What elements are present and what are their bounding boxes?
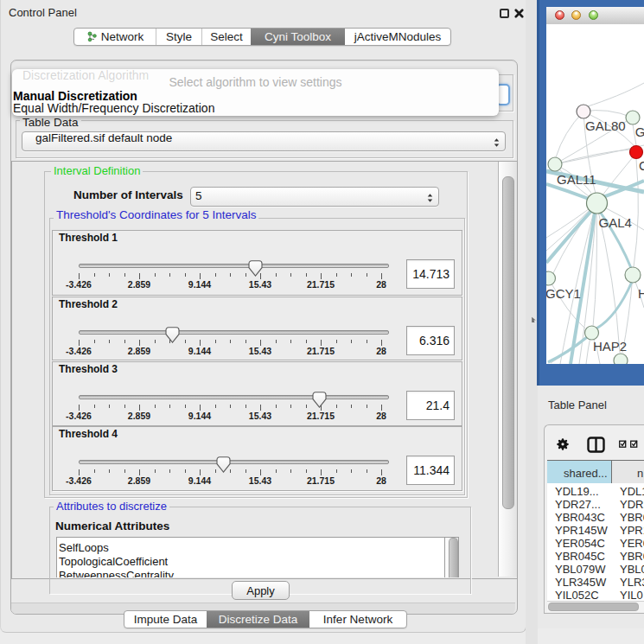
svg-text:H: H (638, 286, 644, 301)
svg-text:GAL11: GAL11 (557, 172, 596, 187)
svg-text:GAL80: GAL80 (585, 118, 626, 133)
svg-text:C: C (639, 158, 644, 173)
svg-text:HAP2: HAP2 (593, 339, 627, 354)
svg-text:GCY1: GCY1 (546, 286, 581, 301)
svg-text:GA: GA (635, 124, 644, 139)
svg-text:GAL4: GAL4 (599, 215, 632, 230)
